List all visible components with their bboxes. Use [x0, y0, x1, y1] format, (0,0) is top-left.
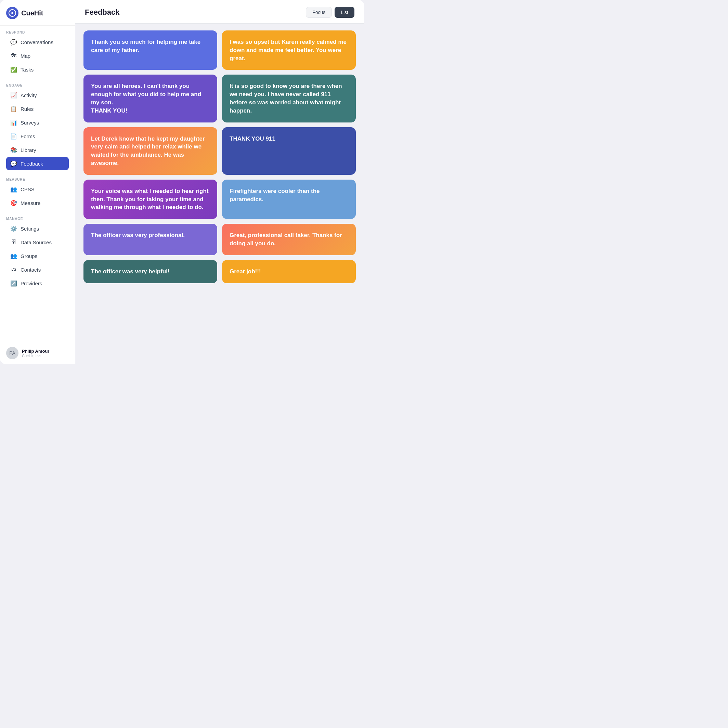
groups-icon: 👥: [10, 252, 17, 259]
sidebar-item-label: Conversations: [20, 39, 54, 45]
providers-icon: ↗️: [10, 280, 17, 287]
sidebar-item-measure[interactable]: 🎯Measure: [6, 196, 69, 210]
sidebar-item-label: CPSS: [20, 187, 35, 192]
feedback-icon: 💬: [10, 160, 17, 167]
avatar: PA: [6, 347, 18, 359]
surveys-icon: 📊: [10, 119, 17, 126]
tasks-icon: ✅: [10, 66, 17, 73]
sidebar-item-conversations[interactable]: 💬Conversations: [6, 35, 69, 49]
logo-icon: [6, 7, 18, 19]
sidebar-item-tasks[interactable]: ✅Tasks: [6, 63, 69, 76]
section-label: ENGAGE: [6, 84, 69, 87]
page-header: Feedback Focus List: [75, 0, 364, 24]
data-sources-icon: 🗄: [10, 239, 17, 246]
sidebar-item-groups[interactable]: 👥Groups: [6, 249, 69, 262]
rules-icon: 📋: [10, 106, 17, 112]
conversations-icon: 💬: [10, 39, 17, 46]
feedback-card-card4[interactable]: It is so good to know you are there when…: [222, 75, 356, 122]
sidebar-item-data-sources[interactable]: 🗄Data Sources: [6, 236, 69, 249]
sidebar-item-label: Contacts: [20, 267, 41, 273]
sidebar-section-measure: MEASURE👥CPSS🎯Measure: [0, 173, 75, 212]
focus-button[interactable]: Focus: [306, 7, 332, 18]
sidebar-section-engage: ENGAGE📈Activity📋Rules📊Surveys📄Forms📚Libr…: [0, 79, 75, 173]
sidebar-item-label: Measure: [20, 200, 40, 206]
activity-icon: 📈: [10, 92, 17, 98]
sidebar-item-label: Map: [20, 53, 31, 59]
forms-icon: 📄: [10, 133, 17, 139]
sidebar-item-label: Tasks: [20, 67, 34, 72]
sidebar-item-label: Data Sources: [20, 240, 52, 245]
settings-icon: ⚙️: [10, 225, 17, 232]
sidebar-item-library[interactable]: 📚Library: [6, 143, 69, 156]
user-org: CueHit, Inc.: [22, 354, 49, 358]
sidebar: CueHit RESPOND💬Conversations🗺Map✅TasksEN…: [0, 0, 75, 364]
feedback-card-card9[interactable]: The officer was very professional.: [84, 224, 217, 255]
sidebar-item-rules[interactable]: 📋Rules: [6, 102, 69, 115]
feedback-card-card2[interactable]: I was so upset but Karen really calmed m…: [222, 31, 356, 70]
sidebar-item-contacts[interactable]: 🗂Contacts: [6, 263, 69, 276]
sidebar-item-label: Forms: [20, 133, 35, 139]
feedback-card-card5[interactable]: Let Derek know that he kept my daughter …: [84, 127, 217, 175]
feedback-card-card8[interactable]: Firefighters were cooler than the parame…: [222, 180, 356, 219]
contacts-icon: 🗂: [10, 266, 17, 273]
sidebar-item-label: Surveys: [20, 120, 39, 125]
sidebar-item-map[interactable]: 🗺Map: [6, 49, 69, 62]
sidebar-item-feedback[interactable]: 💬Feedback: [6, 157, 69, 170]
sidebar-item-forms[interactable]: 📄Forms: [6, 130, 69, 143]
sidebar-item-label: Groups: [20, 253, 37, 259]
sidebar-item-label: Library: [20, 147, 36, 153]
sidebar-item-surveys[interactable]: 📊Surveys: [6, 116, 69, 129]
library-icon: 📚: [10, 147, 17, 153]
sidebar-item-settings[interactable]: ⚙️Settings: [6, 222, 69, 235]
header-buttons: Focus List: [306, 7, 355, 18]
section-label: RESPOND: [6, 31, 69, 34]
feedback-card-card1[interactable]: Thank you so much for helping me take ca…: [84, 31, 217, 70]
sidebar-item-activity[interactable]: 📈Activity: [6, 89, 69, 102]
feedback-card-card10[interactable]: Great, professional call taker. Thanks f…: [222, 224, 356, 255]
sidebar-section-respond: RESPOND💬Conversations🗺Map✅Tasks: [0, 26, 75, 79]
user-name: Philip Amour: [22, 349, 49, 354]
sidebar-item-cpss[interactable]: 👥CPSS: [6, 183, 69, 196]
sidebar-item-label: Settings: [20, 226, 39, 232]
page-title: Feedback: [85, 8, 120, 17]
logo: CueHit: [0, 0, 75, 26]
feedback-card-card11[interactable]: The officer was very helpful!: [84, 260, 217, 283]
map-icon: 🗺: [10, 52, 17, 59]
feedback-card-card3[interactable]: You are all heroes. I can't thank you en…: [84, 75, 217, 122]
user-info: Philip Amour CueHit, Inc.: [22, 349, 49, 358]
logo-text: CueHit: [21, 9, 43, 17]
sidebar-item-label: Providers: [20, 280, 42, 286]
section-label: MANAGE: [6, 217, 69, 221]
sidebar-item-label: Activity: [20, 92, 37, 98]
cpss-icon: 👥: [10, 186, 17, 193]
sidebar-item-providers[interactable]: ↗️Providers: [6, 277, 69, 290]
feedback-card-card12[interactable]: Great job!!!: [222, 260, 356, 283]
feedback-card-card6[interactable]: THANK YOU 911: [222, 127, 356, 175]
main-content: Feedback Focus List Thank you so much fo…: [75, 0, 364, 364]
sidebar-item-label: Rules: [20, 106, 34, 112]
measure-icon: 🎯: [10, 199, 17, 206]
user-profile[interactable]: PA Philip Amour CueHit, Inc.: [0, 342, 75, 364]
sidebar-section-manage: MANAGE⚙️Settings🗄Data Sources👥Groups🗂Con…: [0, 212, 75, 292]
list-button[interactable]: List: [335, 7, 355, 18]
feedback-grid: Thank you so much for helping me take ca…: [75, 24, 364, 364]
sidebar-item-label: Feedback: [20, 161, 43, 167]
section-label: MEASURE: [6, 177, 69, 181]
feedback-card-card7[interactable]: Your voice was what I needed to hear rig…: [84, 180, 217, 219]
